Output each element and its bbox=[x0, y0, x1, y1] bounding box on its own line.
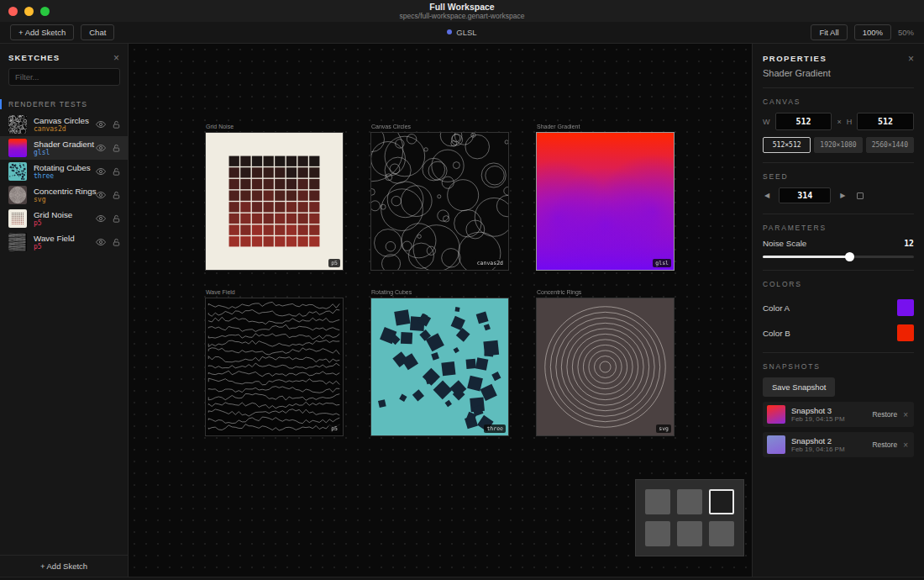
canvas-preset-button[interactable]: 2560×1440 bbox=[866, 137, 914, 153]
status-bar: full-workspace.genart-workspace|6 sketch… bbox=[0, 577, 924, 580]
sidebar-sketch-item[interactable]: Rotating Cubes three bbox=[0, 160, 128, 183]
maximize-window-button[interactable] bbox=[40, 7, 50, 16]
canvas-sketch-tile[interactable]: Rotating Cubes three bbox=[370, 298, 509, 436]
visibility-eye-icon[interactable] bbox=[96, 166, 106, 177]
canvas-sketch-tile[interactable]: Grid Noise p5 bbox=[205, 132, 344, 271]
active-renderer-label: GLSL bbox=[456, 28, 476, 37]
visibility-eye-icon[interactable] bbox=[96, 143, 106, 153]
canvas-preset-row: 512×5121920×10802560×1440 bbox=[763, 137, 914, 163]
sketch-renderer-label: three bbox=[34, 172, 96, 181]
sidebar-sketch-item[interactable]: Canvas Circles canvas2d bbox=[0, 113, 128, 136]
sketch-list: Canvas Circles canvas2d Shader Gradient … bbox=[0, 113, 128, 254]
sketch-meta: Canvas Circles canvas2d bbox=[34, 116, 96, 134]
seed-random-icon[interactable] bbox=[857, 192, 864, 199]
lock-icon[interactable] bbox=[112, 214, 121, 224]
minimap-cell[interactable] bbox=[645, 521, 670, 546]
tile-artwork bbox=[206, 133, 343, 270]
snapshot-item: Snapshot 3 Feb 19, 04:15 PM Restore × bbox=[763, 402, 914, 427]
visibility-eye-icon[interactable] bbox=[96, 214, 106, 224]
tile-artwork bbox=[537, 133, 674, 270]
sidebar-add-sketch-button[interactable]: + Add Sketch bbox=[40, 562, 87, 571]
canvas-preset-button[interactable]: 512×512 bbox=[763, 137, 811, 153]
sketch-renderer-label: canvas2d bbox=[34, 125, 96, 134]
lock-icon[interactable] bbox=[112, 238, 121, 247]
properties-close-icon[interactable]: × bbox=[908, 55, 914, 63]
tile-artwork bbox=[371, 133, 508, 270]
minimap-cell[interactable] bbox=[709, 489, 734, 514]
window-subtitle: specs/full-workspace.genart-workspace bbox=[0, 12, 924, 21]
sidebar-sketch-item[interactable]: Wave Field p5 bbox=[0, 230, 128, 254]
lock-icon[interactable] bbox=[112, 191, 121, 200]
sidebar-sketch-item[interactable]: Grid Noise p5 bbox=[0, 207, 128, 230]
visibility-eye-icon[interactable] bbox=[96, 237, 106, 247]
width-label: W bbox=[763, 118, 770, 126]
sketch-meta: Wave Field p5 bbox=[34, 234, 96, 251]
save-snapshot-button[interactable]: Save Snapshot bbox=[763, 377, 835, 397]
canvas-width-input[interactable] bbox=[775, 113, 832, 130]
color-swatch[interactable] bbox=[897, 299, 914, 316]
renderer-tests-section-header: RENDERER TESTS bbox=[0, 99, 128, 109]
canvas-workspace[interactable]: Grid Noise p5 Canvas Circles canvas2d Sh… bbox=[129, 44, 752, 577]
snapshot-timestamp: Feb 19, 04:15 PM bbox=[791, 415, 866, 424]
sketch-meta: Shader Gradient glsl bbox=[34, 140, 96, 157]
minimap-cell[interactable] bbox=[645, 489, 670, 514]
sidebar-sketch-item[interactable]: Concentric Rings svg bbox=[0, 183, 128, 207]
window-title: Full Workspace bbox=[0, 3, 924, 12]
zoom-100-button[interactable]: 100% bbox=[854, 24, 891, 40]
tile-renderer-badge: canvas2d bbox=[475, 259, 506, 267]
seed-input[interactable] bbox=[779, 187, 831, 203]
canvas-height-input[interactable] bbox=[857, 113, 914, 130]
lock-icon[interactable] bbox=[112, 120, 121, 129]
canvas-section-label: CANVAS bbox=[763, 98, 914, 106]
canvas-preset-button[interactable]: 1920×1080 bbox=[814, 137, 862, 153]
height-label: H bbox=[847, 118, 853, 126]
minimap-cell[interactable] bbox=[709, 521, 734, 546]
parameter-slider[interactable] bbox=[763, 251, 914, 261]
sketch-name: Wave Field bbox=[34, 234, 96, 243]
visibility-eye-icon[interactable] bbox=[96, 119, 106, 129]
canvas-sketch-tile[interactable]: Canvas Circles canvas2d bbox=[370, 132, 509, 271]
canvas-sketch-tile[interactable]: Concentric Rings svg bbox=[536, 298, 675, 436]
snapshot-list: Snapshot 3 Feb 19, 04:15 PM Restore × Sn… bbox=[763, 402, 914, 457]
snapshots-section-label: SNAPSHOTS bbox=[763, 362, 914, 371]
canvas-sketch-tile[interactable]: Wave Field p5 bbox=[205, 298, 344, 436]
minimap bbox=[635, 479, 744, 556]
zoom-level-label: 50% bbox=[898, 28, 914, 37]
slider-thumb[interactable] bbox=[845, 252, 854, 261]
minimap-cell[interactable] bbox=[677, 521, 702, 546]
renderer-dot-icon bbox=[447, 29, 452, 34]
parameter-name: Noise Scale bbox=[763, 239, 806, 248]
sidebar-sketch-item[interactable]: Shader Gradient glsl bbox=[0, 136, 128, 160]
tile-renderer-badge: three bbox=[484, 424, 506, 433]
lock-icon[interactable] bbox=[112, 144, 121, 153]
visibility-eye-icon[interactable] bbox=[96, 190, 106, 200]
snapshot-delete-icon[interactable]: × bbox=[903, 440, 908, 450]
window-controls bbox=[8, 7, 50, 16]
sidebar-close-icon[interactable]: × bbox=[113, 54, 119, 62]
color-list: Color A Color B bbox=[763, 295, 914, 345]
color-swatch[interactable] bbox=[897, 324, 914, 341]
seed-prev-button[interactable]: ◀ bbox=[763, 190, 771, 201]
fit-all-button[interactable]: Fit All bbox=[811, 24, 847, 40]
colors-section-label: COLORS bbox=[763, 280, 914, 288]
add-sketch-button[interactable]: + Add Sketch bbox=[10, 24, 74, 40]
minimize-window-button[interactable] bbox=[24, 7, 34, 16]
seed-next-button[interactable]: ▶ bbox=[838, 190, 847, 201]
snapshot-restore-button[interactable]: Restore bbox=[872, 440, 897, 449]
minimap-cell[interactable] bbox=[677, 489, 702, 514]
chat-button[interactable]: Chat bbox=[81, 24, 114, 40]
section-label: RENDERER TESTS bbox=[8, 100, 87, 108]
sketch-thumbnail bbox=[8, 233, 27, 251]
lock-icon[interactable] bbox=[112, 167, 121, 177]
sketch-filter-input[interactable] bbox=[8, 68, 120, 86]
canvas-sketch-tile[interactable]: Shader Gradient glsl bbox=[536, 132, 675, 271]
titlebar: Full Workspace specs/full-workspace.gena… bbox=[0, 0, 924, 22]
tile-label: Wave Field bbox=[206, 289, 235, 295]
snapshot-name: Snapshot 3 bbox=[791, 406, 866, 415]
close-window-button[interactable] bbox=[8, 7, 18, 16]
snapshot-restore-button[interactable]: Restore bbox=[872, 410, 897, 419]
sketch-thumbnail bbox=[8, 139, 27, 157]
properties-title: PROPERTIES bbox=[763, 54, 827, 63]
tile-label: Canvas Circles bbox=[371, 124, 411, 129]
snapshot-delete-icon[interactable]: × bbox=[903, 410, 908, 419]
